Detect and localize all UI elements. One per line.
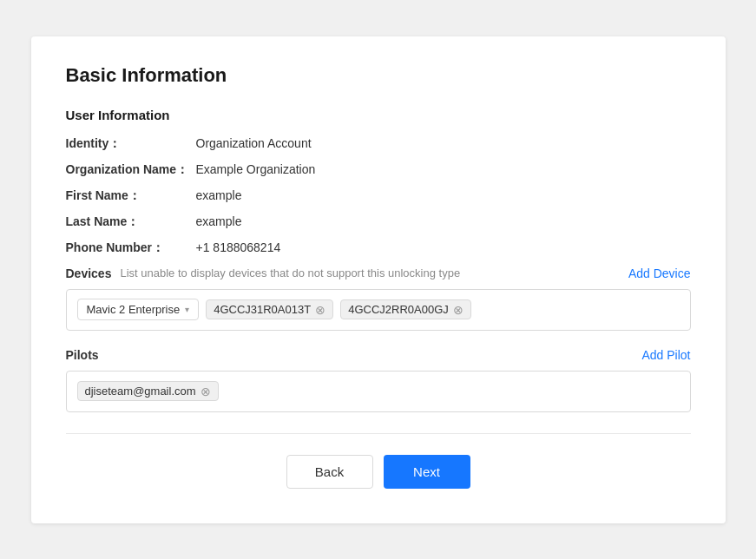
- devices-hint: List unable to display devices that do n…: [120, 266, 460, 280]
- pilots-box: djiseteam@gmail.com ⊗: [66, 371, 691, 412]
- chevron-down-icon: ▾: [185, 305, 189, 314]
- phone-row: Phone Number： +1 8188068214: [66, 240, 691, 256]
- section-title: User Information: [66, 108, 691, 122]
- pilots-label: Pilots: [66, 348, 99, 362]
- device-tag-1: 4GCCJ31R0A013T ⊗: [206, 299, 333, 319]
- device-tag-1-value: 4GCCJ31R0A013T: [214, 303, 311, 316]
- page-title: Basic Information: [66, 64, 691, 87]
- devices-box: Mavic 2 Enterprise ▾ 4GCCJ31R0A013T ⊗ 4G…: [66, 289, 691, 331]
- device-tag-2: 4GCCJ2RR0A00GJ ⊗: [340, 299, 471, 319]
- org-name-value: Example Organization: [196, 162, 316, 176]
- last-name-value: example: [196, 214, 242, 228]
- add-pilot-link[interactable]: Add Pilot: [641, 348, 690, 362]
- first-name-row: First Name： example: [66, 188, 691, 204]
- pilots-header: Pilots Add Pilot: [66, 348, 691, 362]
- org-name-label: Organization Name：: [66, 162, 196, 178]
- main-card: Basic Information User Information Ident…: [31, 36, 726, 523]
- pilot-tag-1-remove[interactable]: ⊗: [201, 385, 211, 398]
- identity-row: Identity： Organization Account: [66, 136, 691, 152]
- identity-label: Identity：: [66, 136, 196, 152]
- back-button[interactable]: Back: [286, 455, 373, 489]
- first-name-label: First Name：: [66, 188, 196, 204]
- last-name-row: Last Name： example: [66, 214, 691, 230]
- last-name-label: Last Name：: [66, 214, 196, 230]
- divider: [66, 433, 691, 434]
- device-tag-1-remove[interactable]: ⊗: [315, 304, 325, 316]
- buttons-row: Back Next: [66, 455, 691, 489]
- phone-label: Phone Number：: [66, 240, 196, 256]
- devices-left: Devices List unable to display devices t…: [66, 266, 461, 280]
- phone-value: +1 8188068214: [196, 240, 281, 254]
- pilots-section: Pilots Add Pilot djiseteam@gmail.com ⊗: [66, 348, 691, 412]
- device-tag-2-value: 4GCCJ2RR0A00GJ: [348, 303, 449, 316]
- device-tag-2-remove[interactable]: ⊗: [453, 304, 463, 316]
- identity-value: Organization Account: [196, 136, 312, 150]
- pilot-tag-1: djiseteam@gmail.com ⊗: [77, 381, 219, 401]
- first-name-value: example: [196, 188, 242, 202]
- devices-header: Devices List unable to display devices t…: [66, 266, 691, 280]
- device-model-select[interactable]: Mavic 2 Enterprise ▾: [77, 299, 200, 320]
- devices-label: Devices: [66, 266, 112, 280]
- add-device-link[interactable]: Add Device: [628, 266, 691, 280]
- device-model-label: Mavic 2 Enterprise: [87, 303, 181, 316]
- pilot-tag-1-value: djiseteam@gmail.com: [85, 385, 196, 398]
- org-name-row: Organization Name： Example Organization: [66, 162, 691, 178]
- next-button[interactable]: Next: [384, 455, 470, 489]
